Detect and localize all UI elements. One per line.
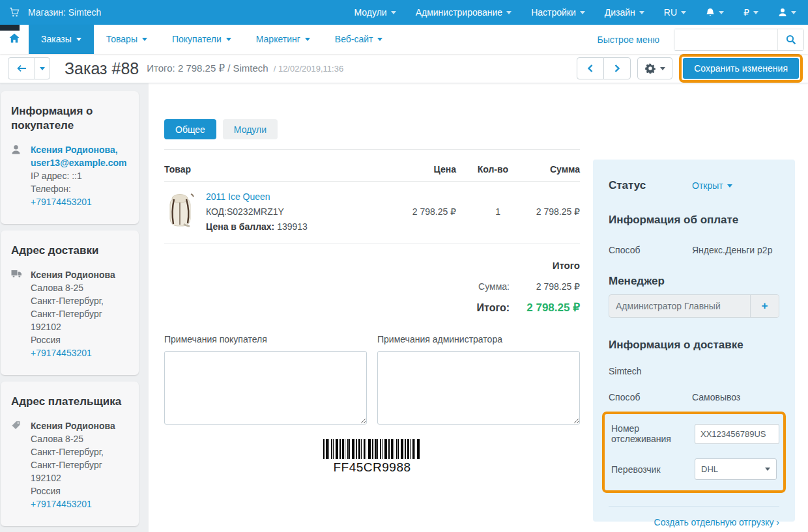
totals-heading: Итого — [164, 260, 580, 271]
user-icon — [778, 8, 787, 17]
customer-notes-textarea[interactable] — [164, 351, 367, 425]
add-manager-button[interactable]: + — [750, 295, 779, 317]
payment-method-value: Яндекс.Деньги p2p — [692, 245, 772, 255]
store-selector[interactable]: Магазин: Simtech — [9, 7, 101, 18]
caret-down-icon — [727, 184, 732, 188]
menu-language[interactable]: RU — [664, 7, 686, 18]
order-tabs: Общее Модули — [164, 119, 580, 139]
caret-down-icon — [40, 67, 45, 70]
tracking-number-label: Номер отслеживания — [611, 423, 695, 444]
nav-website[interactable]: Веб-сайт — [323, 25, 396, 54]
nav-products[interactable]: Товары — [94, 25, 160, 54]
cscart-admin-order-page: Магазин: Simtech Модули Администрировани… — [0, 0, 808, 532]
nav-orders[interactable]: Заказы — [29, 25, 94, 54]
shipping-address2: Санкт-Петербург, Санкт-Петербург 192102 — [31, 296, 104, 332]
status-label: Статус — [609, 179, 692, 192]
tab-addons[interactable]: Модули — [223, 119, 278, 139]
billing-address-card: Адрес плательщика Ксения Родионова Салов… — [1, 382, 139, 526]
quick-menu-link[interactable]: Быстрое меню — [597, 35, 659, 45]
chevron-left-icon — [587, 64, 594, 73]
content-area: Информация о покупателе Ксения Родионова… — [0, 83, 808, 532]
payment-info-title: Информация об оплате — [609, 214, 779, 227]
caret-down-icon — [142, 38, 147, 41]
product-name-link[interactable]: 2011 Ice Queen — [206, 191, 270, 202]
shipping-address-card: Адрес доставки Ксения Родионова Салова 8… — [1, 231, 139, 375]
account-menu[interactable] — [778, 8, 796, 17]
shipping-name: Ксения Родионова — [31, 270, 115, 280]
bell-icon — [706, 8, 715, 18]
menu-design[interactable]: Дизайн — [605, 7, 644, 18]
admin-notes-textarea[interactable] — [377, 351, 580, 425]
carrier-select[interactable]: DHL — [695, 458, 777, 480]
customer-ip: IP адрес: ::1 — [31, 171, 82, 181]
billing-country: Россия — [31, 486, 61, 496]
barcode-text: FF45CR9988 — [164, 460, 580, 475]
menu-edge-decoration — [0, 25, 20, 31]
caret-down-icon — [226, 38, 231, 41]
product-subtotal: 2 798.25 ₽ — [508, 206, 580, 218]
person-icon — [11, 143, 23, 208]
card-title: Информация о покупателе — [11, 104, 128, 133]
nav-marketing[interactable]: Маркетинг — [244, 25, 323, 54]
home-button[interactable] — [0, 33, 29, 46]
panel-divider — [609, 506, 779, 507]
truck-icon — [11, 268, 23, 359]
home-icon — [9, 33, 20, 43]
caret-down-icon — [76, 38, 81, 41]
shipping-phone-link[interactable]: +79174453201 — [31, 348, 92, 358]
main-navbar: Заказы Товары Покупатели Маркетинг Веб-с… — [0, 25, 808, 54]
manager-title: Менеджер — [609, 275, 779, 288]
billing-address2: Санкт-Петербург, Санкт-Петербург 192102 — [31, 447, 104, 483]
caret-down-icon — [580, 11, 585, 14]
tools-dropdown-button[interactable] — [637, 57, 672, 79]
total-value: 2 798.25 ₽ — [510, 301, 580, 315]
product-price: 2 798.25 ₽ — [384, 206, 456, 217]
products-table: Товар Цена Кол-во Сумма 2011 Ice Queen К… — [164, 158, 580, 244]
shipping-method-value: Самовывоз — [692, 392, 740, 402]
currency-menu[interactable]: ₽ — [743, 7, 758, 18]
back-dropdown-button[interactable] — [35, 57, 50, 79]
customer-name-link[interactable]: Ксения Родионова, — [31, 145, 118, 155]
next-order-button[interactable] — [603, 57, 631, 79]
status-dropdown[interactable]: Открыт — [692, 180, 732, 191]
col-price: Цена — [384, 164, 456, 175]
order-notes: Примечания покупателя Примечания админис… — [164, 334, 580, 427]
billing-phone-link[interactable]: +79174453201 — [31, 499, 92, 509]
tracking-number-input[interactable] — [695, 424, 779, 444]
back-arrow-icon — [17, 64, 27, 72]
subtotal-value: 2 798.25 ₽ — [510, 281, 580, 292]
back-button[interactable] — [8, 57, 35, 79]
cart-icon — [9, 7, 20, 18]
customer-email-link[interactable]: user13@example.com — [31, 158, 127, 168]
save-changes-button[interactable]: Сохранить изменения — [683, 58, 799, 79]
card-title: Адрес доставки — [11, 244, 128, 258]
caret-down-icon — [681, 11, 686, 14]
shipping-method-label: Способ — [609, 392, 692, 402]
chevron-right-icon — [614, 64, 620, 73]
notifications-menu[interactable] — [706, 8, 724, 18]
customer-phone-link[interactable]: +79174453201 — [31, 197, 92, 207]
manager-select[interactable]: Администратор Главный + — [609, 294, 779, 318]
menu-administration[interactable]: Администрирование — [416, 7, 512, 18]
prev-order-button[interactable] — [577, 57, 604, 79]
topbar-menu: Модули Администрирование Настройки Дизай… — [354, 7, 796, 18]
tracking-highlight-box: Номер отслеживания Перевозчик DHL — [602, 412, 786, 493]
tag-icon — [11, 419, 23, 511]
caret-down-icon — [753, 11, 758, 14]
menu-settings[interactable]: Настройки — [531, 7, 585, 18]
create-shipment-link[interactable]: Создать отдельную отгрузку › — [654, 517, 779, 527]
tab-general[interactable]: Общее — [164, 119, 216, 139]
product-points: Цена в баллах: 139913 — [206, 221, 308, 232]
products-table-header: Товар Цена Кол-во Сумма — [164, 158, 580, 182]
search-input[interactable] — [674, 29, 777, 50]
menu-addons[interactable]: Модули — [354, 7, 396, 18]
col-product: Товар — [164, 164, 384, 175]
col-qty: Кол-во — [456, 164, 508, 175]
search-button[interactable] — [777, 29, 803, 50]
billing-address1: Салова 8-25 — [31, 434, 83, 444]
caret-down-icon — [305, 38, 310, 41]
subtotal-label: Сумма: — [478, 281, 510, 292]
nav-customers[interactable]: Покупатели — [160, 25, 244, 54]
customer-phone-label: Телефон: — [31, 184, 71, 194]
admin-notes-label: Примечания администратора — [377, 334, 580, 344]
